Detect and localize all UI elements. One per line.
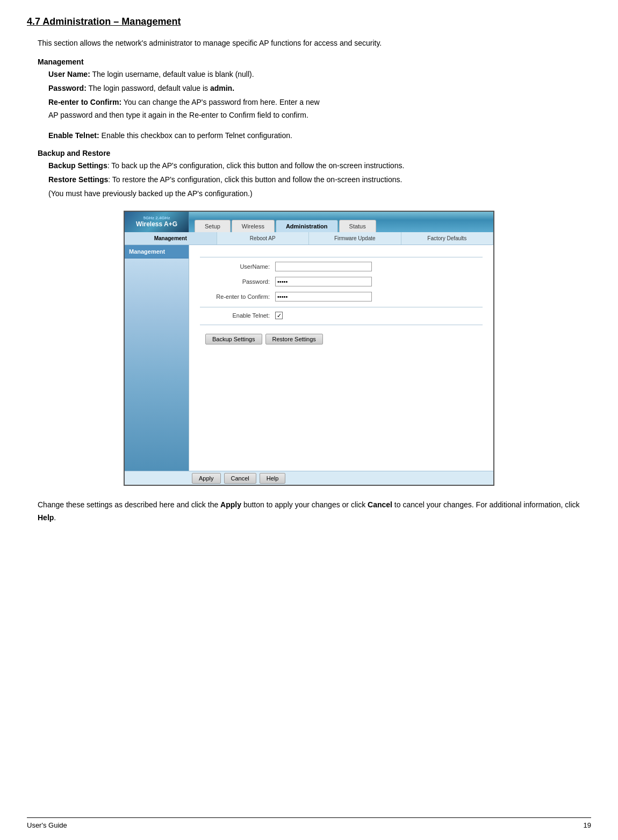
- password-desc: The login password, default value is adm…: [88, 84, 234, 92]
- restore-settings-button[interactable]: Restore Settings: [265, 334, 323, 344]
- reenter-form-label: Re-enter to Confirm:: [200, 293, 275, 300]
- ap-sidebar: Management: [125, 245, 189, 471]
- enable-telnet-form-label: Enable Telnet:: [200, 312, 275, 319]
- username-desc: The login username, default value is bla…: [92, 70, 254, 78]
- ap-subnav: Management Reboot AP Firmware Update Fac…: [125, 232, 493, 245]
- lower-divider: [200, 325, 483, 325]
- management-fields: User Name: The login username, default v…: [48, 68, 591, 121]
- ap-content-area: UserName: Password: Re-enter to Confirm:…: [189, 245, 493, 471]
- subnav-management[interactable]: Management: [125, 232, 217, 245]
- ap-interface-screenshot: 5GHz 2.4GHz Wireless A+G Setup Wireless …: [124, 211, 494, 486]
- page-title: 4.7 Administration – Management: [27, 16, 591, 27]
- ap-logo: 5GHz 2.4GHz Wireless A+G: [125, 212, 189, 232]
- reenter-label: Re-enter to Confirm:: [48, 98, 121, 106]
- tab-wireless[interactable]: Wireless: [232, 220, 275, 232]
- enable-telnet-label: Enable Telnet:: [48, 131, 99, 140]
- enable-telnet-row: Enable Telnet: ✓: [200, 312, 483, 319]
- sidebar-title: Management: [125, 245, 189, 259]
- username-input[interactable]: [275, 262, 372, 271]
- restore-settings-label: Restore Settings: [48, 175, 108, 184]
- middle-divider: [200, 307, 483, 307]
- help-button[interactable]: Help: [260, 473, 286, 484]
- username-label: User Name:: [48, 70, 90, 78]
- enable-telnet-desc: Enable this checkbox can to perform Teln…: [102, 131, 292, 140]
- backup-settings-button[interactable]: Backup Settings: [205, 334, 262, 344]
- footer-description: Change these settings as described here …: [38, 499, 591, 525]
- tab-status[interactable]: Status: [339, 220, 376, 232]
- screenshot-container: 5GHz 2.4GHz Wireless A+G Setup Wireless …: [27, 211, 591, 486]
- tab-administration[interactable]: Administration: [276, 220, 338, 232]
- backup-settings-desc: : To back up the AP's configuration, cli…: [107, 161, 405, 170]
- page-footer: User's Guide 19: [27, 817, 591, 829]
- username-form-label: UserName:: [200, 263, 275, 270]
- checkbox-check-icon: ✓: [277, 312, 282, 319]
- backup-restore-title: Backup and Restore: [38, 149, 591, 157]
- footer-text-3: to cancel your changes. For additional i…: [394, 500, 580, 509]
- logo-brand-text: Wireless A+G: [136, 221, 177, 228]
- footer-left: User's Guide: [27, 821, 67, 829]
- password-form-label: Password:: [200, 278, 275, 285]
- password-row: Password:: [200, 277, 483, 286]
- ap-main-area: Management UserName: Password: Re-enter …: [125, 245, 493, 471]
- password-input[interactable]: [275, 277, 372, 286]
- subnav-reboot[interactable]: Reboot AP: [217, 232, 310, 245]
- username-row: UserName:: [200, 262, 483, 271]
- reenter-row: Re-enter to Confirm:: [200, 292, 483, 301]
- footer-cancel-ref: Cancel: [368, 500, 392, 509]
- footer-text-2: button to apply your changes or click: [243, 500, 365, 509]
- management-title: Management: [38, 58, 591, 66]
- intro-text: This section allows the network's admini…: [38, 37, 591, 49]
- footer-text-1: Change these settings as described here …: [38, 500, 218, 509]
- ap-nav-tabs: Setup Wireless Administration Status: [189, 212, 493, 232]
- restore-settings-desc: : To restore the AP's configuration, cli…: [108, 175, 402, 184]
- apply-button[interactable]: Apply: [192, 473, 221, 484]
- backup-restore-buttons: Backup Settings Restore Settings: [200, 334, 483, 344]
- tab-setup[interactable]: Setup: [195, 220, 231, 232]
- reenter-input[interactable]: [275, 292, 372, 301]
- footer-page-number: 19: [584, 821, 591, 829]
- footer-help-ref: Help: [38, 513, 54, 522]
- ap-top-nav: 5GHz 2.4GHz Wireless A+G Setup Wireless …: [125, 212, 493, 232]
- backup-restore-fields: Backup Settings: To back up the AP's con…: [48, 160, 591, 200]
- top-divider: [200, 257, 483, 257]
- enable-telnet-checkbox[interactable]: ✓: [275, 312, 283, 319]
- footer-text-4: .: [54, 513, 56, 522]
- subnav-factory[interactable]: Factory Defaults: [401, 232, 494, 245]
- backup-settings-label: Backup Settings: [48, 161, 107, 170]
- password-label: Password:: [48, 84, 87, 92]
- ap-bottom-bar: Apply Cancel Help: [125, 471, 493, 485]
- subnav-firmware[interactable]: Firmware Update: [309, 232, 401, 245]
- footer-apply-ref: Apply: [220, 500, 241, 509]
- cancel-button[interactable]: Cancel: [224, 473, 256, 484]
- restore-note: (You must have previously backed up the …: [48, 188, 591, 200]
